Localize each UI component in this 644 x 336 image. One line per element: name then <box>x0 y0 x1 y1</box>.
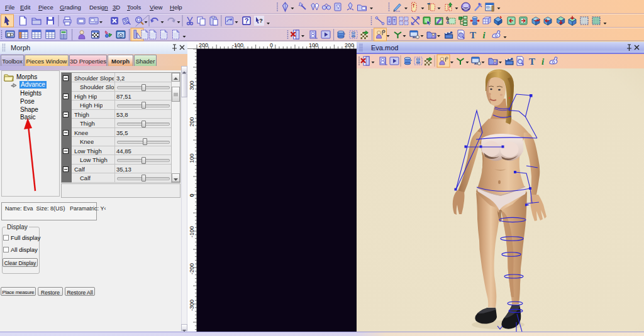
svg-text:T: T <box>529 57 535 67</box>
svg-text:?: ? <box>245 17 249 24</box>
svg-text:T: T <box>470 30 476 40</box>
svg-text:?: ? <box>259 18 263 24</box>
svg-text:i: i <box>541 57 545 67</box>
svg-text:i: i <box>483 30 486 40</box>
